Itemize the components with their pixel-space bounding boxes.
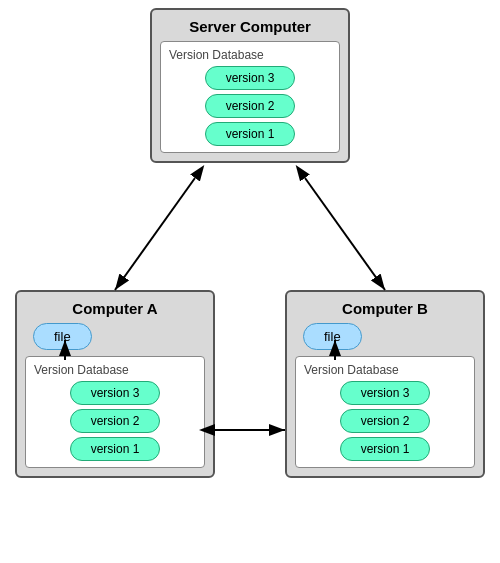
server-version-2: version 2 [205, 94, 295, 118]
server-to-a-arrow [115, 178, 195, 290]
computer-a-title: Computer A [25, 300, 205, 317]
computer-a-file: file [33, 323, 92, 350]
diagram: Server Computer Version Database version… [0, 0, 500, 563]
computer-b-file: file [303, 323, 362, 350]
server-version-1: version 1 [205, 122, 295, 146]
server-version-3: version 3 [205, 66, 295, 90]
computer-b-db-label: Version Database [304, 363, 466, 377]
computer-a-version-2: version 2 [70, 409, 160, 433]
computer-b-version-2: version 2 [340, 409, 430, 433]
server-to-b-arrow [305, 178, 385, 290]
computer-a-version-1: version 1 [70, 437, 160, 461]
server-title: Server Computer [160, 18, 340, 35]
computer-b-title: Computer B [295, 300, 475, 317]
server-db-section: Version Database version 3 version 2 ver… [160, 41, 340, 153]
computer-a-db-label: Version Database [34, 363, 196, 377]
computer-b-version-3: version 3 [340, 381, 430, 405]
computer-a-box: Computer A file Version Database version… [15, 290, 215, 478]
server-computer-box: Server Computer Version Database version… [150, 8, 350, 163]
computer-b-version-1: version 1 [340, 437, 430, 461]
computer-a-db-section: Version Database version 3 version 2 ver… [25, 356, 205, 468]
computer-b-db-section: Version Database version 3 version 2 ver… [295, 356, 475, 468]
server-db-label: Version Database [169, 48, 331, 62]
computer-a-version-3: version 3 [70, 381, 160, 405]
computer-b-box: Computer B file Version Database version… [285, 290, 485, 478]
